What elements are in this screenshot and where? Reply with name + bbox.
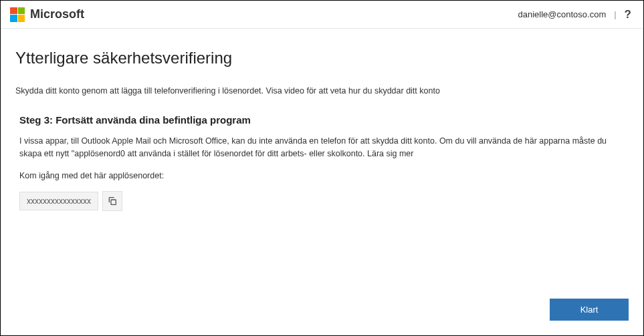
header-user-area: danielle@contoso.com | ? — [518, 8, 632, 21]
svg-rect-0 — [111, 200, 116, 204]
app-password-field[interactable]: xxxxxxxxxxxxxxxx — [19, 192, 98, 210]
header-divider: | — [614, 9, 616, 19]
get-started-label: Kom igång med det här applösenordet: — [15, 170, 629, 182]
help-icon[interactable]: ? — [625, 8, 631, 21]
step-body-text: I vissa appar, till Outlook Apple Mail o… — [15, 135, 629, 160]
microsoft-logo-icon — [10, 7, 25, 22]
header-brand-area: Microsoft — [10, 7, 84, 22]
step-heading: Steg 3: Fortsätt använda dina befintliga… — [15, 114, 629, 126]
page-description: Skydda ditt konto genom att lägga till t… — [15, 86, 629, 96]
brand-name: Microsoft — [30, 7, 84, 21]
page-title: Ytterligare säkerhetsverifiering — [15, 49, 629, 67]
done-button[interactable]: Klart — [550, 299, 629, 321]
main-content: Ytterligare säkerhetsverifiering Skydda … — [1, 29, 643, 224]
copy-password-button[interactable] — [102, 191, 122, 211]
user-email[interactable]: danielle@contoso.com — [518, 9, 607, 19]
copy-icon — [107, 196, 118, 206]
app-password-row: xxxxxxxxxxxxxxxx — [15, 191, 629, 211]
app-header: Microsoft danielle@contoso.com | ? — [1, 1, 643, 29]
